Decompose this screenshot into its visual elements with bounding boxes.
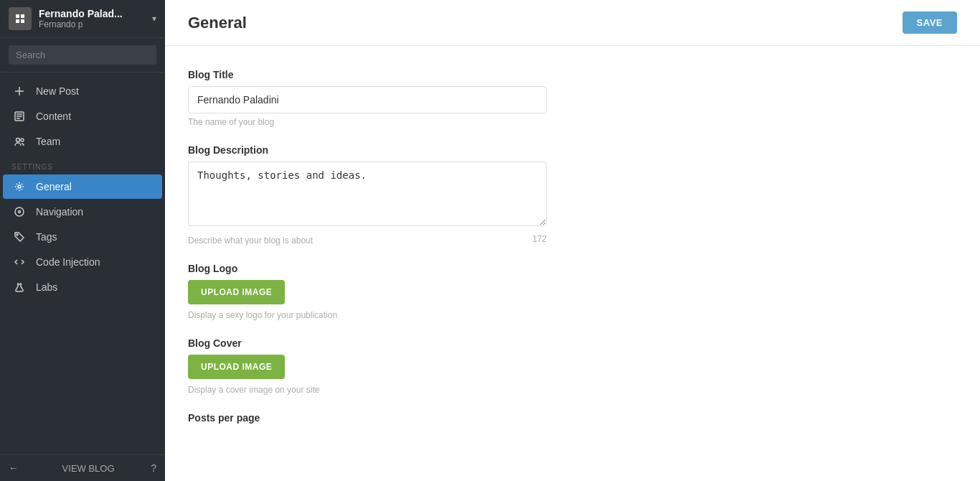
sidebar-footer: ← VIEW BLOG ? [0,454,165,481]
labs-icon [14,282,29,292]
chevron-down-icon: ▾ [152,14,156,24]
content-icon [14,111,29,121]
blog-cover-label: Blog Cover [188,337,716,349]
new-post-icon [14,86,29,96]
code-injection-icon [14,257,29,267]
blog-title-hint: The name of your blog [188,117,716,127]
blog-logo-hint: Display a sexy logo for your publication [188,310,716,320]
posts-per-page-label: Posts per page [188,412,716,424]
blog-info: Fernando Palad... Fernando p [39,8,152,29]
settings-form: Blog Title The name of your blog Blog De… [165,46,739,464]
blog-title-group: Blog Title The name of your blog [188,69,716,127]
sidebar-item-label: Code Injection [36,256,100,268]
svg-rect-0 [16,14,19,18]
blog-title-label: Blog Title [188,69,716,80]
collapse-icon[interactable]: ← [9,462,19,474]
sidebar-nav: New Post Content Team SETTINGS General [0,73,165,454]
blog-name: Fernando Palad... [39,8,152,19]
search-container [0,38,165,73]
main-header: General SAVE [165,0,980,46]
blog-selector[interactable]: Fernando Palad... Fernando p ▾ [0,0,165,38]
blog-cover-upload-button[interactable]: UPLOAD IMAGE [188,355,285,379]
blog-icon [9,7,32,30]
view-blog-button[interactable]: VIEW BLOG [26,463,151,474]
sidebar-item-label: Team [36,136,60,147]
sidebar-item-team[interactable]: Team [3,129,162,154]
main-content: General SAVE Blog Title The name of your… [165,0,980,481]
posts-per-page-group: Posts per page [188,412,716,424]
sidebar-item-label: Navigation [36,206,83,218]
sidebar-item-navigation[interactable]: Navigation [3,200,162,224]
blog-logo-group: Blog Logo UPLOAD IMAGE Display a sexy lo… [188,263,716,320]
search-input[interactable] [9,45,156,65]
team-icon [14,136,29,146]
sidebar-item-content[interactable]: Content [3,104,162,129]
sidebar-item-label: New Post [36,85,79,97]
navigation-icon [14,207,29,217]
blog-description-textarea[interactable] [188,162,547,226]
sidebar-item-labs[interactable]: Labs [3,275,162,299]
svg-point-12 [18,185,21,188]
blog-description-footer: Describe what your blog is about 172 [188,232,547,246]
help-icon[interactable]: ? [151,462,156,474]
svg-rect-2 [16,19,19,23]
sidebar-item-label: General [36,181,72,192]
sidebar-item-code-injection[interactable]: Code Injection [3,250,162,274]
svg-rect-3 [21,19,24,23]
sidebar-item-general[interactable]: General [3,174,162,199]
blog-cover-hint: Display a cover image on your site [188,385,716,395]
settings-section-label: SETTINGS [0,154,165,174]
blog-cover-group: Blog Cover UPLOAD IMAGE Display a cover … [188,337,716,395]
char-count: 172 [532,234,547,244]
sidebar-item-label: Labs [36,281,57,293]
gear-icon [14,182,29,192]
sidebar-item-label: Tags [36,231,57,243]
svg-point-10 [17,139,20,142]
page-title: General [188,14,247,32]
sidebar-item-new-post[interactable]: New Post [3,79,162,103]
blog-user: Fernando p [39,19,152,29]
blog-description-label: Blog Description [188,144,716,156]
svg-point-11 [21,139,24,141]
blog-description-group: Blog Description Describe what your blog… [188,144,716,246]
svg-rect-1 [21,14,24,18]
blog-logo-label: Blog Logo [188,263,716,274]
sidebar-item-tags[interactable]: Tags [3,225,162,249]
blog-title-input[interactable] [188,86,547,113]
blog-description-hint: Describe what your blog is about [188,235,313,246]
sidebar-item-label: Content [36,111,71,122]
blog-logo-upload-button[interactable]: UPLOAD IMAGE [188,280,285,304]
svg-point-15 [17,234,18,235]
save-button[interactable]: SAVE [903,11,957,34]
svg-point-13 [15,207,24,216]
sidebar: Fernando Palad... Fernando p ▾ New Post … [0,0,165,481]
tags-icon [14,232,29,242]
svg-point-14 [19,211,21,213]
